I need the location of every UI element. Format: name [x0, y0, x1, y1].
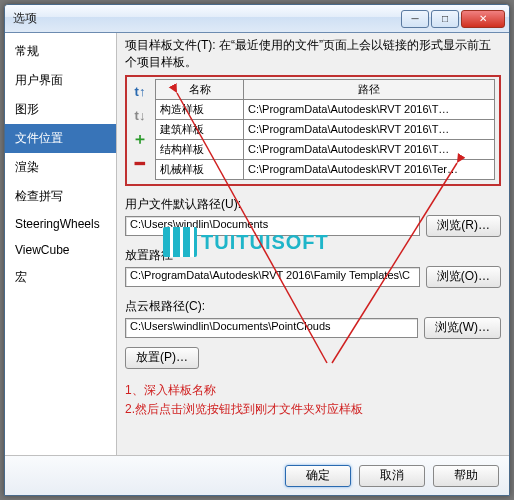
cell-name[interactable]: 结构样板 [156, 139, 244, 159]
table-row[interactable]: 结构样板 C:\ProgramData\Autodesk\RVT 2016\T… [156, 139, 495, 159]
cell-path[interactable]: C:\ProgramData\Autodesk\RVT 2016\T… [244, 119, 495, 139]
pointcloud-path-input[interactable]: C:\Users\windlin\Documents\PointClouds [125, 318, 418, 338]
templates-section: t↑ t↓ ＋ ━ 名称 路径 构造样板 C:\ProgramData\Auto… [125, 75, 501, 186]
sidebar-item-spellcheck[interactable]: 检查拼写 [5, 182, 116, 211]
annotation-line-1: 1、深入样板名称 [125, 381, 501, 400]
user-files-path-input[interactable]: C:\Users\windlin\Documents [125, 216, 420, 236]
cell-path[interactable]: C:\ProgramData\Autodesk\RVT 2016\Ter… [244, 159, 495, 179]
sidebar-item-file-locations[interactable]: 文件位置 [5, 124, 116, 153]
ok-button[interactable]: 确定 [285, 465, 351, 487]
family-template-browse-button[interactable]: 浏览(O)… [426, 266, 501, 288]
annotation-line-2: 2.然后点击浏览按钮找到刚才文件夹对应样板 [125, 400, 501, 419]
dialog-footer: 确定 取消 帮助 [5, 455, 509, 495]
main-panel: 项目样板文件(T): 在“最近使用的文件”页面上会以链接的形式显示前五个项目样板… [117, 33, 509, 455]
table-row[interactable]: 构造样板 C:\ProgramData\Autodesk\RVT 2016\T… [156, 99, 495, 119]
sidebar-item-steeringwheels[interactable]: SteeringWheels [5, 211, 116, 237]
templates-toolbar: t↑ t↓ ＋ ━ [131, 83, 151, 179]
move-up-button[interactable]: t↑ [131, 83, 149, 101]
templates-description: 项目样板文件(T): 在“最近使用的文件”页面上会以链接的形式显示前五个项目样板… [125, 37, 501, 71]
sidebar-item-viewcube[interactable]: ViewCube [5, 237, 116, 263]
col-header-name[interactable]: 名称 [156, 79, 244, 99]
sidebar-item-render[interactable]: 渲染 [5, 153, 116, 182]
maximize-button[interactable]: □ [431, 10, 459, 28]
family-template-path-label: 放置路径 [125, 247, 501, 264]
family-template-path-group: 放置路径 C:\ProgramData\Autodesk\RVT 2016\Fa… [125, 247, 501, 288]
add-row-button[interactable]: ＋ [131, 131, 149, 149]
minimize-button[interactable]: ─ [401, 10, 429, 28]
cell-name[interactable]: 机械样板 [156, 159, 244, 179]
user-files-path-group: 用户文件默认路径(U): C:\Users\windlin\Documents … [125, 196, 501, 237]
table-row[interactable]: 机械样板 C:\ProgramData\Autodesk\RVT 2016\Te… [156, 159, 495, 179]
sidebar-item-general[interactable]: 常规 [5, 37, 116, 66]
places-button[interactable]: 放置(P)… [125, 347, 199, 369]
templates-table[interactable]: 名称 路径 构造样板 C:\ProgramData\Autodesk\RVT 2… [155, 79, 495, 180]
pointcloud-browse-button[interactable]: 浏览(W)… [424, 317, 501, 339]
cell-path[interactable]: C:\ProgramData\Autodesk\RVT 2016\T… [244, 139, 495, 159]
options-dialog: 选项 ─ □ ✕ 常规 用户界面 图形 文件位置 渲染 检查拼写 Steerin… [4, 4, 510, 496]
col-header-path[interactable]: 路径 [244, 79, 495, 99]
pointcloud-path-group: 点云根路径(C): C:\Users\windlin\Documents\Poi… [125, 298, 501, 339]
sidebar: 常规 用户界面 图形 文件位置 渲染 检查拼写 SteeringWheels V… [5, 33, 117, 455]
move-down-button[interactable]: t↓ [131, 107, 149, 125]
sidebar-item-graphics[interactable]: 图形 [5, 95, 116, 124]
cell-name[interactable]: 构造样板 [156, 99, 244, 119]
cancel-button[interactable]: 取消 [359, 465, 425, 487]
sidebar-item-macros[interactable]: 宏 [5, 263, 116, 292]
annotation-text: 1、深入样板名称 2.然后点击浏览按钮找到刚才文件夹对应样板 [125, 381, 501, 419]
window-title: 选项 [13, 10, 399, 27]
titlebar[interactable]: 选项 ─ □ ✕ [5, 5, 509, 33]
table-row[interactable]: 建筑样板 C:\ProgramData\Autodesk\RVT 2016\T… [156, 119, 495, 139]
cell-name[interactable]: 建筑样板 [156, 119, 244, 139]
family-template-path-input[interactable]: C:\ProgramData\Autodesk\RVT 2016\Family … [125, 267, 420, 287]
help-button[interactable]: 帮助 [433, 465, 499, 487]
remove-row-button[interactable]: ━ [131, 155, 149, 173]
client-area: 常规 用户界面 图形 文件位置 渲染 检查拼写 SteeringWheels V… [5, 33, 509, 455]
cell-path[interactable]: C:\ProgramData\Autodesk\RVT 2016\T… [244, 99, 495, 119]
user-files-browse-button[interactable]: 浏览(R)… [426, 215, 501, 237]
pointcloud-path-label: 点云根路径(C): [125, 298, 501, 315]
user-files-path-label: 用户文件默认路径(U): [125, 196, 501, 213]
close-button[interactable]: ✕ [461, 10, 505, 28]
sidebar-item-ui[interactable]: 用户界面 [5, 66, 116, 95]
